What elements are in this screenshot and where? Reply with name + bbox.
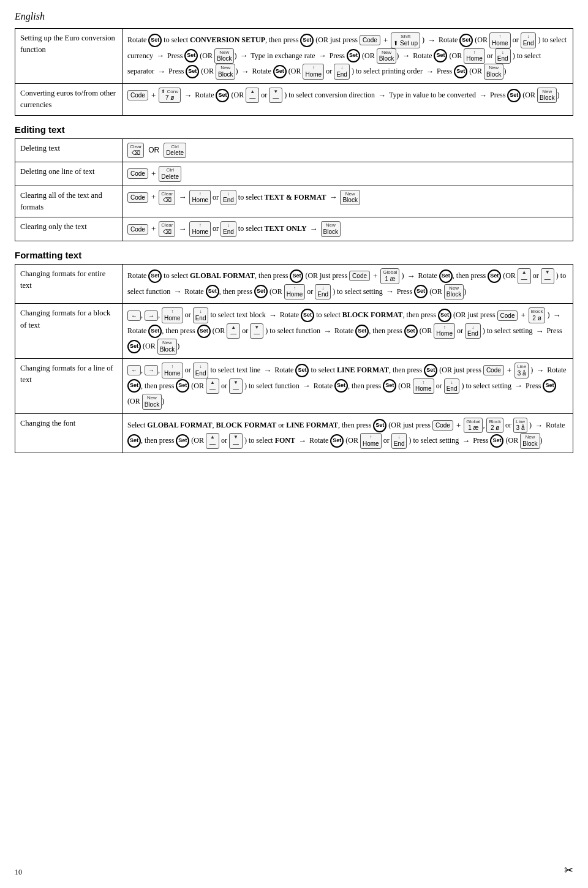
set-icon: Set	[127, 340, 141, 353]
set-icon: Set	[507, 89, 521, 102]
new-block-key: NewBlock	[214, 48, 234, 64]
up-key: ▲—	[246, 88, 259, 103]
home-key4: ↑Home	[189, 190, 211, 206]
home-key9: ↑Home	[162, 363, 183, 378]
set-icon: Set	[434, 49, 447, 62]
block2b-key: Block2 ø	[486, 418, 503, 434]
table-row: Deleting text Clear⌫ OR CtrlDelete	[15, 138, 573, 162]
dn5-key: ▼—	[229, 433, 243, 449]
up5-key: ▲—	[206, 433, 219, 449]
set-icon: Set	[438, 309, 451, 322]
clear-all-label: Clearing all of the text and formats	[15, 186, 123, 217]
up3-key: ▲—	[227, 323, 240, 339]
set-icon: Set	[148, 34, 162, 47]
set-icon: Set	[490, 434, 503, 448]
clear-bs-key3: Clear⌫	[159, 221, 175, 237]
global1-key: Global1 æ	[380, 268, 399, 284]
dn-key: ▼—	[269, 88, 282, 103]
formatting-title: Formatting text	[15, 250, 573, 260]
deleting-text-content: Clear⌫ OR CtrlDelete	[123, 138, 573, 162]
set-icon: Set	[404, 325, 418, 338]
end-key5: ↓End	[221, 221, 236, 237]
table-row: Changing formats for entire text Rotate …	[15, 265, 573, 304]
new-block-key6: NewBlock	[340, 190, 360, 206]
set-icon: Set	[459, 34, 473, 47]
set-icon: Set	[347, 49, 360, 62]
home-key: ↑Home	[489, 32, 511, 48]
formatting-table: Changing formats for entire text Rotate …	[15, 264, 573, 453]
table-row: Converting euros to/from other currencie…	[15, 83, 573, 115]
home-key8: ↑Home	[434, 323, 455, 339]
end-key6: ↓End	[315, 284, 331, 300]
new-block-key8: NewBlock	[444, 284, 464, 300]
set-icon: Set	[439, 269, 453, 283]
table-row: Clearing only the text Code + Clear⌫ → ↑…	[15, 217, 573, 241]
up2-key: ▲—	[518, 268, 531, 284]
set-icon: Set	[148, 269, 162, 283]
editing-section: Editing text Deleting text Clear⌫ OR Ctr…	[15, 124, 573, 242]
fmt-font-label: Changing the font	[15, 413, 123, 453]
set-icon: Set	[273, 65, 287, 78]
table-row: Changing formats for a block of text ←, …	[15, 304, 573, 359]
clear-all-content: Code + Clear⌫ → ↑Home or ↓End to select …	[123, 186, 573, 217]
fmt-font-content: Select GLOBAL FORMAT, BLOCK FORMAT or LI…	[123, 413, 573, 453]
fmt-line-label: Changing formats for a line of text	[15, 359, 123, 414]
fmt-line-content: ←, →, ↑Home or ↓End to select text line …	[123, 359, 573, 414]
euro-convert-label: Converting euros to/from other currencie…	[15, 83, 123, 115]
line3b-key: Line3 å	[513, 418, 527, 434]
set-icon: Set	[334, 379, 348, 393]
right-key: →	[145, 310, 158, 321]
set-icon: Set	[295, 364, 309, 377]
set-icon: Set	[184, 49, 198, 62]
shift-setup-key: Shift⬆ Set up	[391, 32, 420, 48]
code-key: Code	[127, 90, 148, 100]
deleting-line-label: Deleting one line of text	[15, 162, 123, 186]
set-icon: Set	[206, 285, 219, 298]
dn4-key: ▼—	[229, 378, 243, 394]
end-key7: ↓End	[193, 307, 209, 323]
fmt-entire-label: Changing formats for entire text	[15, 265, 123, 304]
end-key9: ↓End	[193, 363, 209, 378]
page-number: 10	[15, 868, 22, 877]
set-icon: Set	[330, 434, 344, 448]
home-key6: ↑Home	[284, 284, 306, 300]
end-key2: ↓End	[495, 48, 511, 64]
set-icon: Set	[197, 325, 211, 338]
set-icon: Set	[488, 269, 501, 283]
dn3-key: ▼—	[250, 323, 263, 339]
page-title: English	[15, 11, 573, 22]
set-icon: Set	[300, 34, 314, 47]
fmt-block-content: ←, →, ↑Home or ↓End to select text block…	[123, 304, 573, 359]
new-block-key5: NewBlock	[537, 88, 557, 103]
code-key: Code	[360, 35, 380, 45]
table-row: Changing the font Select GLOBAL FORMAT, …	[15, 413, 573, 453]
set-icon: Set	[414, 285, 428, 298]
home-key10: ↑Home	[413, 378, 434, 394]
set-icon: Set	[254, 285, 268, 298]
home-key5: ↑Home	[189, 221, 211, 237]
new-block-key10: NewBlock	[142, 394, 162, 410]
new-block-key11: NewBlock	[520, 433, 540, 449]
set-icon: Set	[176, 379, 189, 393]
set-icon: Set	[355, 325, 369, 338]
code-key: Code	[127, 224, 148, 235]
set-icon: Set	[127, 434, 141, 448]
home-key7: ↑Home	[162, 307, 183, 323]
end-key3: ↓End	[334, 64, 350, 80]
end-key8: ↓End	[465, 323, 481, 339]
left-key2: ←	[127, 365, 141, 375]
ctrl-delete-key2: CtrlDelete	[159, 166, 181, 182]
code-key: Code	[432, 420, 453, 431]
euro-convert-content: Code + ⬆ Conv7 ø → Rotate Set (OR ▲— or …	[123, 83, 573, 115]
table-row: Changing formats for a line of text ←, →…	[15, 359, 573, 414]
set-icon: Set	[424, 364, 437, 377]
euro-table: Setting up the Euro conversion function …	[15, 28, 573, 116]
end-key11: ↓End	[391, 433, 407, 449]
set-icon: Set	[290, 269, 303, 283]
home-key3: ↑Home	[303, 64, 324, 80]
set-icon: Set	[373, 419, 386, 432]
set-icon: Set	[186, 65, 199, 78]
home-key11: ↑Home	[360, 433, 382, 449]
scissors-icon: ✂	[564, 864, 573, 877]
fmt-entire-content: Rotate Set to select GLOBAL FORMAT, then…	[123, 265, 573, 304]
